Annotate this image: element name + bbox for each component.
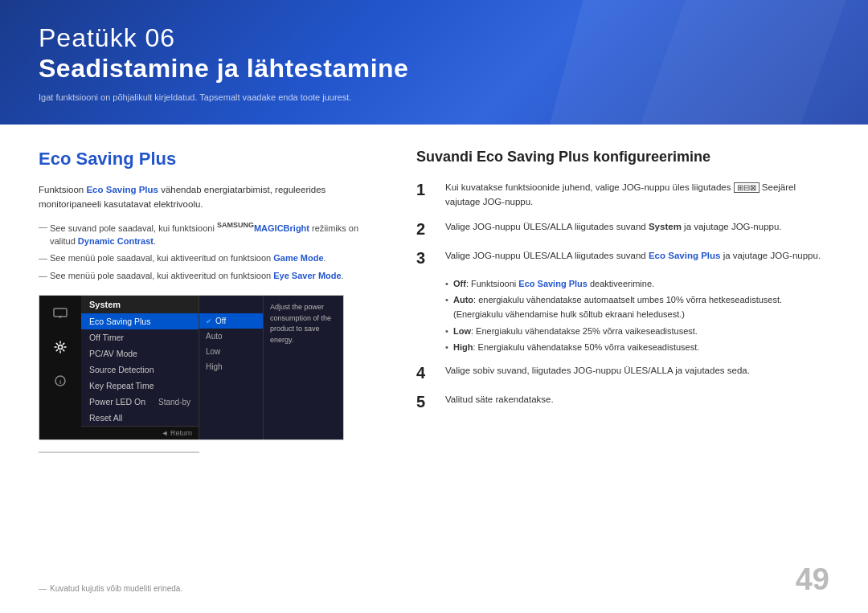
page-title: Seadistamine ja lähtestamine	[39, 53, 408, 84]
option-low: Low	[199, 344, 263, 359]
monitor-footer: ◄ Return	[81, 426, 199, 439]
menu-item-reset: Reset All	[81, 410, 199, 426]
info-icon: i	[49, 370, 72, 392]
eco-saving-bold: Eco Saving Plus	[86, 185, 158, 194]
return-label: ◄ Return	[162, 429, 192, 437]
monitor-icon	[49, 302, 72, 325]
bullet-auto: Auto: energiakulu vähendatakse automaats…	[445, 293, 829, 321]
step-3: 3 Valige JOG-nuppu ÜLES/ALLA liigutades …	[416, 248, 829, 268]
step-4: 4 Valige sobiv suvand, liigutades JOG-nu…	[416, 363, 829, 382]
chapter-label: Peatükk 06	[39, 22, 408, 53]
note-1: See suvand pole saadaval, kui funktsioon…	[39, 220, 384, 248]
separator	[39, 452, 199, 453]
section-desc: Funktsioon Eco Saving Plus vähendab ener…	[39, 182, 384, 212]
bullet-list: Off: Funktsiooni Eco Saving Plus deaktiv…	[445, 277, 829, 355]
main-content: Eco Saving Plus Funktsioon Eco Saving Pl…	[0, 125, 868, 477]
settings-icon	[49, 336, 72, 358]
note-3: See menüü pole saadaval, kui aktiveeritu…	[39, 269, 384, 283]
options-panel: ✔ Off Auto Low High	[199, 296, 263, 439]
svg-rect-0	[54, 309, 67, 317]
bullet-high: High: Energiakulu vähendatakse 50% võrra…	[445, 341, 829, 355]
menu-item-eco: Eco Saving Plus	[81, 313, 199, 329]
step-5: 5 Valitud säte rakendatakse.	[416, 392, 829, 411]
bullet-off: Off: Funktsiooni Eco Saving Plus deaktiv…	[445, 277, 829, 292]
section-title: Eco Saving Plus	[39, 149, 384, 170]
left-column: Eco Saving Plus Funktsioon Eco Saving Pl…	[39, 149, 384, 461]
page-number: 49	[796, 562, 829, 597]
menu-item-pcav: PC/AV Mode	[81, 345, 199, 362]
monitor-sidebar: i	[39, 296, 81, 439]
menu-header: System	[81, 296, 199, 313]
right-column: Suvandi Eco Saving Plus konfigureerimine…	[416, 149, 829, 461]
note-2: See menüü pole saadaval, kui aktiveeritu…	[39, 251, 384, 265]
monitor-desc: Adjust the power consumption of the prod…	[263, 296, 343, 439]
bottom-note: Kuvatud kujutis võib mudeliti erineda.	[39, 584, 182, 593]
steps-list: 1 Kui kuvatakse funktsioonide juhend, va…	[416, 180, 829, 411]
header: Peatükk 06 Seadistamine ja lähtestamine …	[0, 0, 868, 125]
option-auto: Auto	[199, 329, 263, 344]
header-subtitle: Igat funktsiooni on põhjalikult kirjelda…	[39, 92, 408, 102]
option-high: High	[199, 359, 263, 374]
step-2: 2 Valige JOG-nuppu ÜLES/ALLA liigutades …	[416, 219, 829, 239]
step-1: 1 Kui kuvatakse funktsioonide juhend, va…	[416, 180, 829, 210]
menu-item-source: Source Detection	[81, 362, 199, 378]
monitor-screenshot: i System Eco Saving Plus Off Timer PC/AV…	[39, 295, 344, 440]
menu-item-keyrepeat: Key Repeat Time	[81, 378, 199, 394]
menu-panel: System Eco Saving Plus Off Timer PC/AV M…	[81, 296, 199, 439]
menu-item-powerled: Power LED On Stand-by	[81, 394, 199, 410]
svg-text:i: i	[59, 378, 61, 386]
option-off: ✔ Off	[199, 313, 263, 329]
dynamic-contrast-ref: Dynamic Contrast	[78, 236, 154, 246]
svg-point-3	[59, 345, 63, 349]
bullet-low: Low: Energiakulu vähendatakse 25% võrra …	[445, 325, 829, 339]
menu-item-offtimer: Off Timer	[81, 329, 199, 345]
right-title: Suvandi Eco Saving Plus konfigureerimine	[416, 149, 829, 166]
